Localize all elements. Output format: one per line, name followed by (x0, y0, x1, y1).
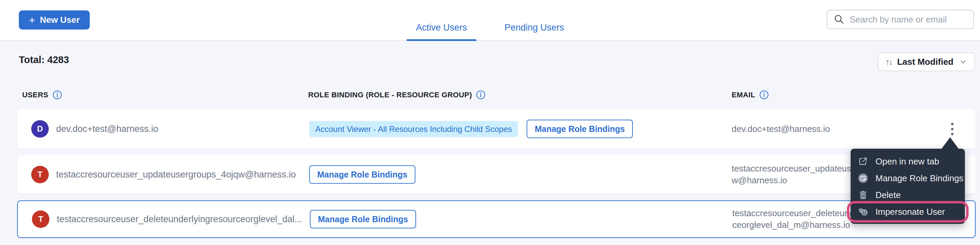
tab-pending-users[interactable]: Pending Users (495, 0, 573, 41)
tab-bar: Active Users Pending Users (407, 0, 574, 41)
user-name: testaccresourceuser_deleteunderlyingreso… (57, 214, 302, 224)
avatar: T (32, 210, 49, 228)
role-binding-cell: Manage Role Bindings (310, 210, 416, 229)
table-row[interactable]: T testaccresourceuser_updateusergroups_4… (17, 155, 976, 194)
menu-item-delete[interactable]: Delete (851, 187, 965, 203)
email-header-label: EMAIL (732, 91, 755, 100)
plus-icon: + (29, 15, 35, 25)
column-header-users: USERS (22, 90, 62, 100)
total-count: Total: 4283 (19, 54, 69, 65)
tab-active-users[interactable]: Active Users (407, 0, 477, 41)
tab-pending-users-label: Pending Users (504, 22, 564, 33)
trash-icon (858, 190, 869, 200)
info-icon[interactable] (52, 90, 62, 100)
row-menu-kebab-icon[interactable] (945, 120, 959, 138)
role-binding-cell: Account Viewer - All Resources Including… (309, 120, 633, 138)
external-link-icon (858, 156, 869, 166)
column-header-role-binding: ROLE BINDING (ROLE - RESOURCE GROUP) (308, 90, 486, 100)
search-input[interactable] (850, 14, 967, 25)
menu-item-open-in-new-tab[interactable]: Open in new tab (851, 153, 965, 170)
user-name: dev.doc+test@harness.io (56, 124, 158, 134)
sort-label: Last Modified (897, 57, 953, 67)
role-binding-cell: Manage Role Bindings (309, 165, 415, 183)
active-tab-underline (407, 39, 477, 41)
search-icon (834, 14, 845, 25)
sort-dropdown[interactable]: ↑↓ Last Modified (878, 52, 975, 71)
manage-role-bindings-button[interactable]: Manage Role Bindings (527, 120, 633, 138)
new-user-button[interactable]: + New User (19, 10, 90, 30)
info-icon[interactable] (759, 90, 769, 100)
role-binding-header-label: ROLE BINDING (ROLE - RESOURCE GROUP) (308, 91, 472, 100)
search-box[interactable] (827, 10, 974, 29)
email-line: dev.doc+test@harness.io (732, 123, 830, 135)
column-header-email: EMAIL (732, 90, 769, 100)
role-binding-tag: Account Viewer - All Resources Including… (309, 121, 518, 137)
manage-role-bindings-button[interactable]: Manage Role Bindings (309, 165, 415, 183)
table-row-selected[interactable]: T testaccresourceuser_deleteunderlyingre… (17, 200, 976, 238)
chevron-down-icon (959, 57, 967, 66)
tab-active-users-label: Active Users (416, 22, 467, 33)
menu-item-label: Open in new tab (875, 156, 939, 167)
masks-icon (858, 206, 869, 217)
new-user-label: New User (40, 15, 80, 25)
email-cell: dev.doc+test@harness.io (732, 123, 830, 135)
context-menu: Open in new tab Manage Role Bindings (851, 149, 965, 224)
menu-item-label: Manage Role Bindings (875, 173, 964, 183)
manage-role-bindings-button[interactable]: Manage Role Bindings (310, 210, 416, 229)
users-header-label: USERS (22, 91, 48, 100)
user-name: testaccresourceuser_updateusergroups_4oj… (56, 169, 296, 180)
role-bindings-icon (858, 173, 869, 183)
page-header: + New User Active Users Pending Users (0, 0, 980, 41)
menu-item-impersonate-user[interactable]: Impersonate User (851, 203, 965, 220)
table-row[interactable]: D dev.doc+test@harness.io Account Viewer… (17, 109, 976, 149)
menu-item-manage-role-bindings[interactable]: Manage Role Bindings (851, 170, 965, 187)
menu-item-label: Impersonate User (875, 207, 945, 217)
avatar: T (31, 166, 49, 183)
sort-arrows-icon: ↑↓ (885, 57, 892, 67)
info-icon[interactable] (476, 90, 486, 100)
menu-item-label: Delete (875, 190, 901, 200)
avatar: D (31, 120, 49, 138)
user-management-page: + New User Active Users Pending Users To… (0, 0, 980, 245)
context-menu-caret (941, 137, 959, 149)
